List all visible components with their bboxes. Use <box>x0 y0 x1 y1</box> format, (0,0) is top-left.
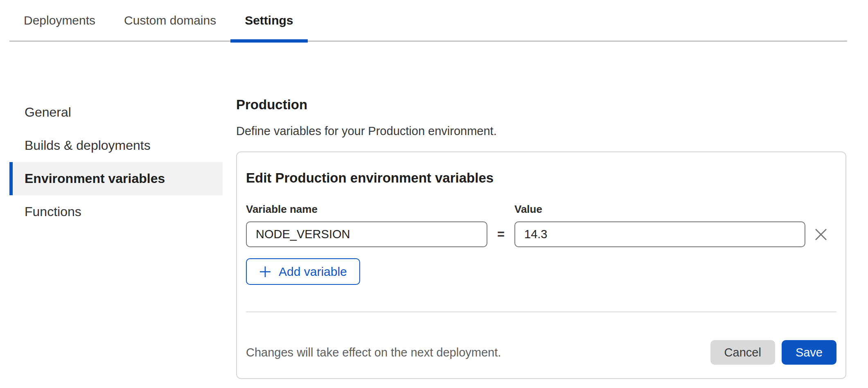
equals-sign: = <box>487 227 514 242</box>
card-title: Edit Production environment variables <box>246 169 836 187</box>
page-title: Production <box>236 97 846 113</box>
variable-editor-row: Variable name Value = <box>246 203 836 247</box>
variable-name-label: Variable name <box>246 203 487 215</box>
sidebar-item-functions[interactable]: Functions <box>9 195 223 228</box>
save-button[interactable]: Save <box>782 340 836 365</box>
tab-deployments[interactable]: Deployments <box>9 5 110 41</box>
card-divider <box>246 311 836 312</box>
variable-value-input[interactable] <box>514 221 805 247</box>
main-panel: Production Define variables for your Pro… <box>236 96 846 379</box>
add-variable-button[interactable]: Add variable <box>246 258 360 285</box>
sidebar-item-builds-deployments[interactable]: Builds & deployments <box>9 129 223 162</box>
tab-bar: Deployments Custom domains Settings <box>9 5 847 42</box>
sidebar-item-general[interactable]: General <box>9 96 223 129</box>
value-label: Value <box>514 203 805 215</box>
variable-name-input[interactable] <box>246 221 487 247</box>
settings-sidebar: General Builds & deployments Environment… <box>9 96 223 228</box>
tab-custom-domains[interactable]: Custom domains <box>110 5 230 41</box>
sidebar-item-environment-variables[interactable]: Environment variables <box>9 162 223 195</box>
plus-icon <box>259 266 271 278</box>
deployment-note: Changes will take effect on the next dep… <box>246 346 501 359</box>
tab-settings[interactable]: Settings <box>230 5 307 41</box>
close-icon <box>813 227 829 242</box>
remove-variable-button[interactable] <box>811 224 831 245</box>
add-variable-label: Add variable <box>279 265 347 279</box>
page-subtitle: Define variables for your Production env… <box>236 123 846 139</box>
cancel-button[interactable]: Cancel <box>710 340 775 365</box>
environment-variables-card: Edit Production environment variables Va… <box>236 151 846 379</box>
card-footer: Changes will take effect on the next dep… <box>246 340 836 365</box>
settings-page: General Builds & deployments Environment… <box>0 96 868 379</box>
